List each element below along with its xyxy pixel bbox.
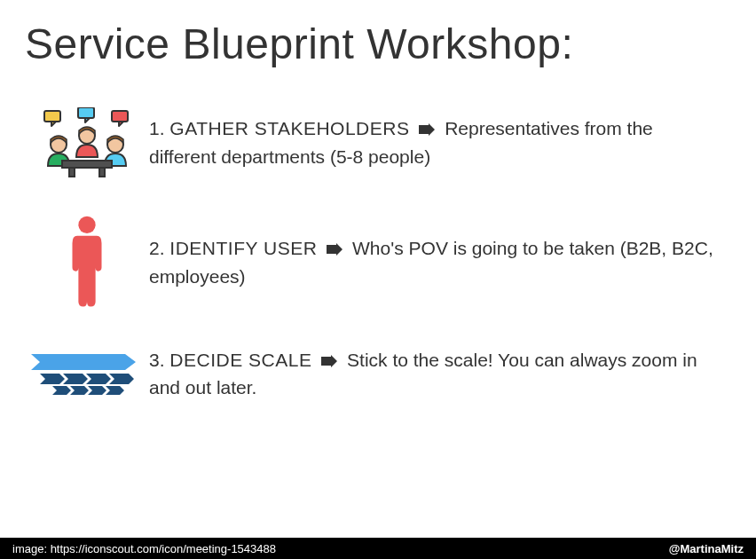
item-heading: IDENTIFY USER <box>169 238 317 258</box>
item-text: 3. DECIDE SCALE Stick to the scale! You … <box>149 347 724 402</box>
svg-rect-2 <box>112 111 128 122</box>
svg-rect-1 <box>78 107 94 118</box>
scale-arrows-icon <box>25 352 149 397</box>
svg-rect-6 <box>62 161 112 168</box>
item-text: 2. IDENTIFY USER Who's POV is going to b… <box>149 235 724 290</box>
arrow-icon <box>326 236 343 263</box>
item-text: 1. GATHER STAKEHOLDERS Representatives f… <box>149 115 724 170</box>
list-item: 1. GATHER STAKEHOLDERS Representatives f… <box>25 107 724 178</box>
svg-rect-0 <box>44 111 60 122</box>
item-number: 1. <box>149 118 165 138</box>
list-item: 2. IDENTIFY USER Who's POV is going to b… <box>25 214 724 311</box>
svg-rect-8 <box>99 168 105 177</box>
image-credit: image: https://iconscout.com/icon/meetin… <box>12 542 276 555</box>
svg-rect-7 <box>69 168 75 177</box>
svg-point-9 <box>78 217 95 233</box>
slide-title: Service Blueprint Workshop: <box>0 0 756 68</box>
item-heading: GATHER STAKEHOLDERS <box>169 118 409 138</box>
arrow-icon <box>320 348 338 374</box>
footer-bar: image: https://iconscout.com/icon/meetin… <box>0 538 756 559</box>
person-icon <box>25 214 149 311</box>
meeting-icon <box>25 107 149 178</box>
item-heading: DECIDE SCALE <box>169 350 311 370</box>
content-area: 1. GATHER STAKEHOLDERS Representatives f… <box>0 68 756 402</box>
author-handle: @MartinaMitz <box>669 542 744 555</box>
item-number: 3. <box>149 350 165 370</box>
item-number: 2. <box>149 238 165 258</box>
list-item: 3. DECIDE SCALE Stick to the scale! You … <box>25 347 724 402</box>
arrow-icon <box>418 116 436 143</box>
